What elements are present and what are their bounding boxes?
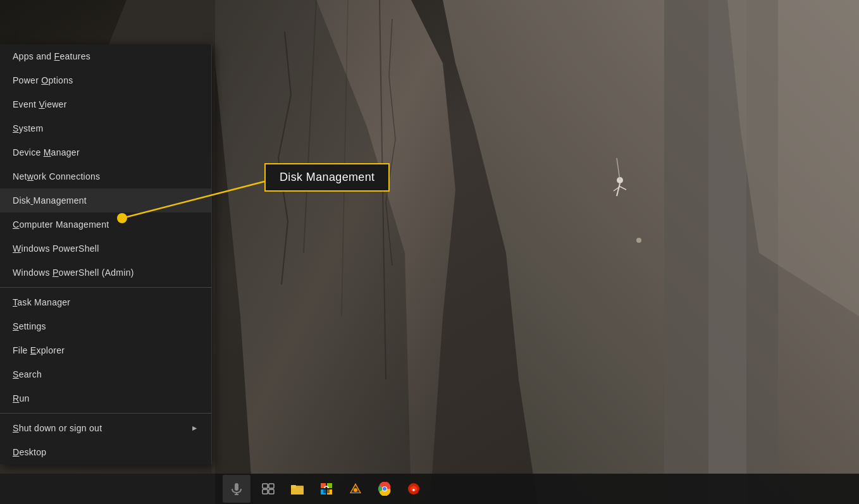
menu-item-label: File Explorer	[13, 345, 65, 355]
svg-rect-24	[263, 489, 268, 494]
svg-point-35	[354, 488, 357, 492]
menu-divider	[0, 287, 211, 288]
menu-item-label: System	[13, 123, 43, 133]
svg-point-38	[383, 487, 386, 491]
taskbar: ●	[0, 474, 859, 504]
menu-item-label: Power Options	[13, 75, 73, 85]
taskbar-file-explorer-icon[interactable]	[283, 475, 311, 503]
menu-item-shut-down-sign-out[interactable]: Shut down or sign out►	[0, 416, 211, 440]
menu-item-label: Computer Management	[13, 219, 109, 230]
svg-rect-28	[291, 485, 296, 488]
menu-divider	[0, 413, 211, 414]
svg-rect-27	[291, 488, 304, 495]
menu-item-windows-powershell[interactable]: Windows PowerShell	[0, 237, 211, 261]
context-menu: Apps and FeaturesPower OptionsEvent View…	[0, 44, 212, 464]
menu-item-label: Desktop	[13, 447, 46, 457]
menu-item-label: Apps and Features	[13, 51, 90, 61]
menu-item-disk-management[interactable]: Disk Management	[0, 188, 211, 212]
menu-item-event-viewer[interactable]: Event Viewer	[0, 92, 211, 116]
menu-item-label: Disk Management	[13, 195, 87, 206]
menu-item-label: Network Connections	[13, 171, 100, 181]
menu-item-label: Search	[13, 369, 42, 379]
taskbar-start-area	[0, 474, 215, 504]
menu-item-label: Windows PowerShell (Admin)	[13, 267, 134, 278]
menu-item-settings[interactable]: Settings	[0, 314, 211, 338]
menu-item-task-manager[interactable]: Task Manager	[0, 290, 211, 314]
menu-item-label: Device Manager	[13, 147, 80, 157]
svg-point-16	[636, 238, 641, 243]
menu-item-label: Task Manager	[13, 297, 70, 307]
menu-item-apps-features[interactable]: Apps and Features	[0, 44, 211, 68]
menu-item-label: Settings	[13, 321, 46, 331]
menu-item-label: Event Viewer	[13, 99, 67, 109]
menu-item-system[interactable]: System	[0, 116, 211, 140]
svg-rect-23	[269, 484, 274, 488]
svg-rect-25	[269, 489, 274, 494]
svg-text:●: ●	[412, 487, 416, 493]
menu-item-desktop[interactable]: Desktop	[0, 440, 211, 464]
taskbar-ms-store-icon[interactable]	[312, 475, 340, 503]
menu-item-computer-management[interactable]: Computer Management	[0, 212, 211, 237]
menu-item-label: Run	[13, 393, 30, 403]
menu-item-power-options[interactable]: Power Options	[0, 68, 211, 92]
taskbar-chrome-icon[interactable]	[371, 475, 399, 503]
svg-rect-19	[235, 483, 238, 491]
menu-item-device-manager[interactable]: Device Manager	[0, 140, 211, 164]
menu-item-network-connections[interactable]: Network Connections	[0, 164, 211, 188]
taskbar-vlc-icon[interactable]	[342, 475, 369, 503]
taskbar-search-mic-icon[interactable]	[223, 475, 250, 503]
menu-item-search[interactable]: Search	[0, 362, 211, 386]
taskbar-icons: ●	[215, 475, 428, 503]
menu-item-label: Windows PowerShell	[13, 243, 99, 254]
disk-management-tooltip: Disk Management	[264, 163, 390, 192]
menu-item-file-explorer[interactable]: File Explorer	[0, 338, 211, 362]
menu-item-windows-powershell-admin[interactable]: Windows PowerShell (Admin)	[0, 261, 211, 285]
menu-item-label: Shut down or sign out	[13, 423, 102, 433]
menu-item-run[interactable]: Run	[0, 386, 211, 410]
taskbar-extra-app-icon[interactable]: ●	[400, 475, 428, 503]
svg-rect-22	[263, 484, 268, 488]
tooltip-text: Disk Management	[280, 171, 374, 183]
submenu-arrow: ►	[191, 424, 199, 433]
taskbar-task-view-icon[interactable]	[254, 475, 282, 503]
